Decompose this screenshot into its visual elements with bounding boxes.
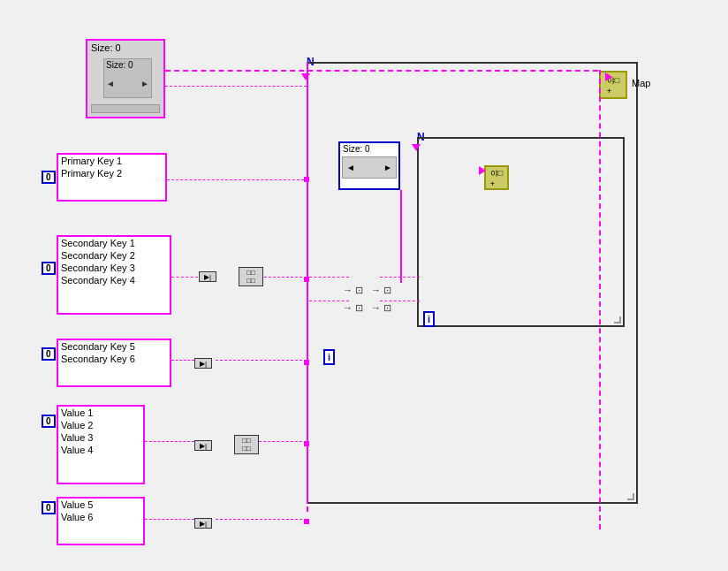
- size-inner-top-label: Size: 0: [340, 143, 398, 155]
- wire-primary-h: [167, 179, 308, 180]
- wire-val2-h: [145, 519, 194, 520]
- map-node[interactable]: 야□+: [599, 71, 627, 99]
- secondary-key-5-label: Secondary Key 5: [58, 340, 170, 353]
- num-zero-5: 0: [42, 501, 56, 514]
- block-diagram-canvas: Size: 0 Size: 0 ◄ ► N N 야□+ Map 야□+ Size…: [0, 0, 728, 571]
- size-inner-box: Size: 0 ◄ ►: [103, 58, 152, 98]
- scroll-bar-h[interactable]: [91, 104, 160, 113]
- i-label-outer: i: [323, 349, 335, 365]
- value-5-label: Value 5: [58, 499, 143, 511]
- outer-loop-resize[interactable]: [627, 493, 634, 500]
- wire-size-v: [400, 190, 402, 283]
- secondary-key-3-label: Secondary Key 3: [58, 262, 170, 274]
- inner-loop-resize[interactable]: [614, 316, 621, 324]
- value-3-label: Value 3: [58, 431, 143, 444]
- value-4-label: Value 4: [58, 444, 143, 456]
- secondary-key-6-label: Secondary Key 6: [58, 353, 170, 365]
- wire-top-long: [165, 70, 598, 72]
- wire-in-sec1: [264, 277, 307, 278]
- wire-in-sec2: [216, 360, 307, 361]
- num-zero-3: 0: [42, 347, 56, 361]
- wire-right-v: [599, 70, 601, 529]
- value-1-label: Value 1: [58, 407, 143, 419]
- wire-top-h: [165, 86, 307, 87]
- secondary-key-4-label: Secondary Key 4: [58, 274, 170, 286]
- scroll-r[interactable]: ►: [383, 163, 392, 172]
- map-node-inner[interactable]: 야□+: [484, 165, 509, 190]
- bundle-icon-1[interactable]: ▶|: [199, 271, 216, 282]
- wire-loop-1: [309, 277, 349, 278]
- size-scroll-box[interactable]: Size: 0 Size: 0 ◄ ►: [86, 39, 165, 118]
- unbundle-icon-2[interactable]: □□□□: [234, 435, 259, 454]
- secondary-key-2-label: Secondary Key 2: [58, 249, 170, 262]
- bundle-icon-3[interactable]: ▶|: [194, 440, 212, 451]
- dot-outer-1: [304, 177, 309, 182]
- num-zero-1: 0: [42, 171, 56, 184]
- tri-inner-map-right: [479, 166, 486, 175]
- secondary-key-1-label: Secondary Key 1: [58, 237, 170, 249]
- wire-in-val2: [216, 519, 307, 520]
- size-inner-label: Size: 0: [106, 60, 133, 70]
- scroll-l[interactable]: ◄: [346, 163, 355, 172]
- arrow-connect-1: → ⊡: [371, 285, 391, 296]
- wire-val1-h: [145, 441, 194, 442]
- size-inner-scroll[interactable]: ◄ ►: [342, 156, 397, 179]
- wire-sec2-h: [171, 360, 194, 361]
- arrow-right-1: → ⊡: [343, 285, 363, 296]
- secondary-keys-group2: Secondary Key 5 Secondary Key 6: [57, 339, 171, 387]
- i-label-inner: i: [423, 311, 435, 327]
- wire-inner-2: [380, 301, 420, 301]
- value-2-label: Value 2: [58, 419, 143, 431]
- unbundle-icon-1[interactable]: □□□□: [239, 267, 263, 286]
- map-label: Map: [632, 78, 650, 88]
- tri-outer-top: [301, 73, 310, 80]
- primary-key-2-label: Primary Key 2: [58, 167, 165, 179]
- num-zero-2: 0: [42, 262, 56, 275]
- value-group2: Value 5 Value 6: [57, 497, 145, 545]
- map-inner-icon: 야□+: [490, 168, 503, 188]
- arrow-right-2: → ⊡: [343, 302, 363, 314]
- arrow-connect-2: → ⊡: [371, 302, 391, 314]
- wire-in-val1: [259, 441, 307, 442]
- value-group1: Value 1 Value 2 Value 3 Value 4: [57, 405, 145, 484]
- secondary-keys-group1: Secondary Key 1 Secondary Key 2 Secondar…: [57, 235, 171, 315]
- primary-keys-group: Primary Key 1 Primary Key 2: [57, 153, 167, 202]
- tri-map-right: [605, 72, 612, 81]
- wire-loop-2: [309, 301, 349, 301]
- scroll-right-arrow[interactable]: ►: [140, 79, 149, 88]
- num-zero-4: 0: [42, 415, 56, 428]
- tri-inner-top: [412, 144, 421, 151]
- inner-loop-box: [417, 137, 625, 327]
- wire-sec1-h: [171, 277, 198, 278]
- bundle-icon-4[interactable]: ▶|: [194, 518, 212, 529]
- size-box-inner[interactable]: Size: 0 ◄ ►: [338, 141, 400, 190]
- primary-key-1-label: Primary Key 1: [58, 155, 165, 167]
- value-6-label: Value 6: [58, 511, 143, 523]
- scroll-left-arrow[interactable]: ◄: [106, 79, 115, 88]
- bundle-icon-2[interactable]: ▶|: [194, 358, 212, 369]
- size-label-top: Size: 0: [91, 42, 121, 53]
